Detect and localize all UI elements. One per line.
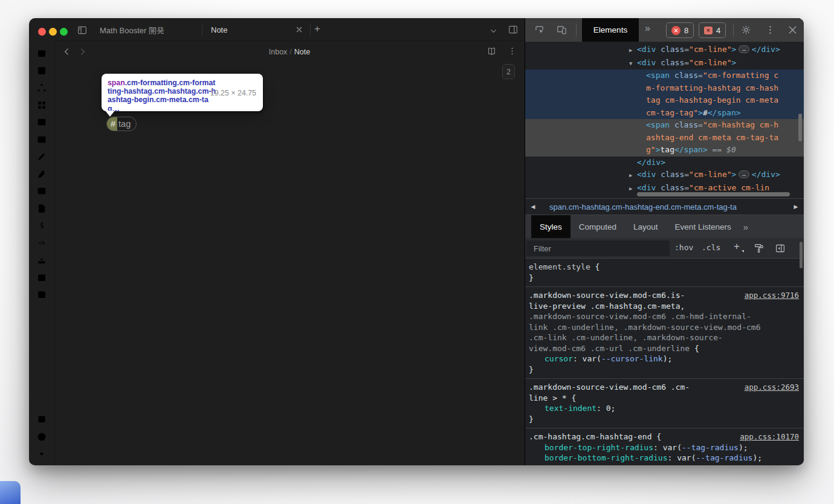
table-icon[interactable]: [36, 134, 47, 145]
css-line[interactable]: border-top-right-radius: var(--tag-radiu…: [529, 442, 799, 453]
graph-icon[interactable]: [36, 82, 47, 93]
tab-layout[interactable]: Layout: [625, 215, 667, 238]
dom-tree-row[interactable]: g">tag</span> == $0: [525, 144, 804, 157]
new-tab-button[interactable]: +: [314, 23, 320, 35]
css-line[interactable]: cursor: var(--cursor-link);: [529, 354, 799, 364]
more-tabs-icon[interactable]: »: [645, 23, 650, 34]
panel-layout-2-icon[interactable]: [36, 186, 47, 196]
horizontal-scrollbar-thumb[interactable]: [637, 192, 790, 196]
panel-layout-icon[interactable]: [36, 117, 47, 128]
dom-tree-row[interactable]: </div>: [525, 157, 804, 169]
css-line[interactable]: line > * {: [529, 393, 799, 404]
dom-tree-row[interactable]: ▶<div class="cm-line">…</div>: [525, 169, 804, 182]
code-token: : var(: [573, 354, 601, 363]
dock-sidebar-icon[interactable]: [775, 243, 786, 254]
paint-roller-icon[interactable]: [754, 243, 764, 254]
code-token: </div>: [752, 170, 780, 179]
settings-gear-icon[interactable]: [36, 448, 47, 459]
crumb-prev-icon[interactable]: ◀: [525, 204, 541, 210]
css-line[interactable]: .markdown-source-view.mod-cm6 .cm-hmd-in…: [529, 311, 799, 322]
pen-tool-icon[interactable]: [36, 169, 47, 179]
calendar-dots-icon[interactable]: [36, 272, 47, 283]
css-line[interactable]: view.mod-cm6 .cm-url .cm-underline {: [529, 343, 799, 354]
css-rule[interactable]: app.css:9716 .markdown-source-view.mod-c…: [525, 287, 804, 379]
code-token: </span>: [674, 145, 708, 154]
css-line[interactable]: text-indent: 0;: [529, 403, 799, 414]
tab-close-icon[interactable]: [296, 26, 303, 33]
more-options-icon[interactable]: [507, 46, 517, 56]
stylesheet-link[interactable]: app.css:2693: [745, 382, 799, 393]
dom-tree-row[interactable]: ▼<div class="cm-line">: [525, 57, 804, 70]
dom-tree-row[interactable]: ashtag-end cm-meta cm-tag-ta: [525, 132, 804, 144]
element-style-section[interactable]: element.style {}: [525, 259, 804, 287]
tab-elements[interactable]: Elements: [582, 18, 639, 42]
import-icon[interactable]: [36, 254, 47, 265]
toggle-hover-state[interactable]: :hov: [674, 243, 693, 252]
tab-computed[interactable]: Computed: [571, 215, 625, 238]
hashtag-text: tag: [117, 119, 136, 129]
css-line[interactable]: link .cm-underline, .markdown-source-vie…: [529, 322, 799, 333]
breadcrumb-parent[interactable]: Inbox: [269, 48, 288, 56]
code-token: ting-hashtag.cm-hashtag.cm-h: [108, 87, 216, 95]
ribbon-bottom-group: [36, 408, 47, 466]
new-style-rule-button[interactable]: +: [734, 241, 740, 253]
chevron-down-icon[interactable]: [490, 27, 497, 35]
styles-scrollbar-thumb[interactable]: [800, 242, 803, 268]
css-line[interactable]: border-bottom-right-radius: var(--tag-ra…: [529, 453, 799, 464]
dom-tree-row[interactable]: <span class="cm-hashtag cm-h: [525, 119, 804, 132]
css-rule[interactable]: app.css:2693 .markdown-source-view.mod-c…: [525, 379, 804, 428]
tab-event-listeners[interactable]: Event Listeners: [667, 215, 740, 238]
device-toolbar-icon[interactable]: [556, 24, 567, 36]
dollar-icon[interactable]: $: [36, 220, 47, 231]
css-line[interactable]: }: [529, 414, 799, 425]
css-line[interactable]: }: [529, 273, 799, 283]
css-rule[interactable]: app.css:10170 .cm-hashtag.cm-hashtag-end…: [525, 428, 804, 465]
css-line[interactable]: element.style {: [529, 262, 799, 273]
css-line[interactable]: live-preview .cm-hashtag.cm-meta,: [529, 301, 799, 312]
tab-styles[interactable]: Styles: [531, 215, 571, 238]
devtools-settings-gear-icon[interactable]: [740, 24, 752, 36]
tab-note[interactable]: Note: [211, 25, 227, 34]
more-panels-icon[interactable]: »: [740, 222, 748, 232]
dice-icon[interactable]: [36, 65, 47, 76]
hashtag-pill[interactable]: # tag: [106, 117, 137, 131]
pane-count-badge[interactable]: 2: [502, 64, 515, 79]
css-line[interactable]: .cm-link .cm-underline, .markdown-source…: [529, 332, 799, 343]
vault-icon[interactable]: [36, 414, 47, 425]
stylesheet-link[interactable]: app.css:9716: [745, 290, 799, 301]
calendar-icon[interactable]: [36, 48, 47, 59]
stylesheet-link[interactable]: app.css:10170: [740, 431, 799, 442]
right-sidebar-toggle-icon[interactable]: [508, 24, 519, 35]
selected-element-crumb[interactable]: span.cm-hashtag.cm-hashtag-end.cm-meta.c…: [541, 202, 788, 212]
dom-tree-row[interactable]: m-formatting-hashtag cm-hash: [525, 82, 804, 95]
reading-view-icon[interactable]: [486, 46, 497, 56]
help-icon[interactable]: [36, 431, 47, 442]
dom-tree-row[interactable]: ▶<div class="cm-line">…</div>: [525, 44, 804, 57]
file-search-icon[interactable]: [36, 203, 47, 214]
vault-title: Math Booster 開発: [100, 25, 164, 36]
crumb-next-icon[interactable]: ▶: [788, 204, 804, 210]
console-errors-badge[interactable]: 8: [666, 22, 694, 38]
css-line[interactable]: }: [529, 364, 799, 375]
dom-tree-row[interactable]: tag cm-hashtag-begin cm-meta: [525, 94, 804, 107]
pencil-icon[interactable]: [36, 151, 47, 162]
dom-tree-row[interactable]: cm-tag-tag">#</span>: [525, 107, 804, 120]
devtools-menu-icon[interactable]: [764, 24, 776, 36]
blocks-icon[interactable]: [36, 100, 47, 111]
code-token: <div: [637, 170, 661, 179]
calendar-week-icon[interactable]: 7: [36, 289, 47, 300]
breadcrumb-current[interactable]: Note: [294, 48, 310, 56]
code-token: ==: [708, 145, 726, 154]
sidebar-toggle-icon[interactable]: [77, 25, 88, 36]
devtools-close-icon[interactable]: [787, 24, 798, 36]
filter-input[interactable]: Filter: [526, 241, 670, 256]
template-icon[interactable]: <%: [36, 237, 47, 248]
code-token: class: [674, 120, 698, 129]
code-token: text-indent: [545, 404, 596, 413]
toggle-class[interactable]: .cls: [702, 243, 720, 252]
issues-badge[interactable]: 4: [699, 22, 726, 38]
dom-tree-row[interactable]: <span class="cm-formatting c: [525, 69, 804, 82]
code-token: >: [732, 58, 737, 67]
vertical-scrollbar-thumb[interactable]: [798, 114, 802, 141]
inspect-element-icon[interactable]: [534, 24, 545, 36]
